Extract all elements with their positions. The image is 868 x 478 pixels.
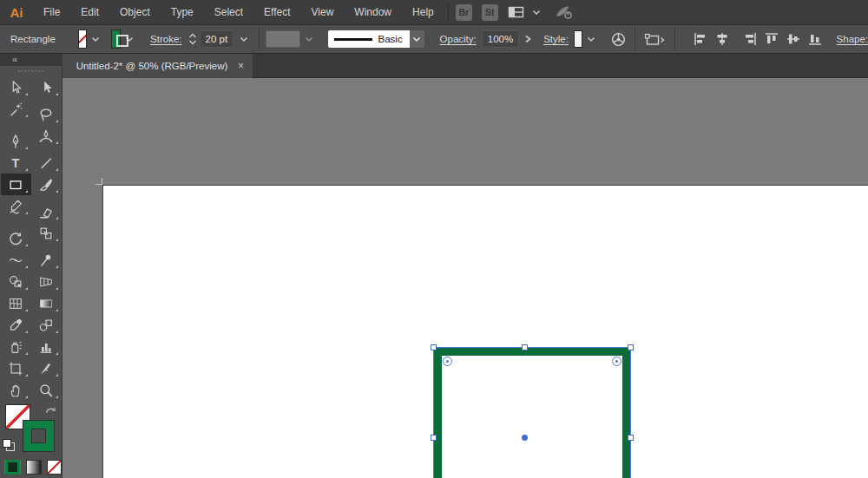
blend-tool[interactable] <box>31 314 62 336</box>
none-button[interactable] <box>47 460 62 475</box>
opacity-field[interactable]: 100% <box>482 30 519 48</box>
live-corner-widget[interactable] <box>443 357 452 366</box>
menu-item-type[interactable]: Type <box>161 0 204 24</box>
chevron-down-icon[interactable] <box>238 34 250 44</box>
scale-tool[interactable] <box>31 222 62 244</box>
tool-icon <box>38 80 54 95</box>
stroke-color-swatch[interactable] <box>111 29 121 49</box>
slice-tool[interactable] <box>31 357 62 379</box>
document-tab[interactable]: Untitled-2* @ 50% (RGB/Preview) × <box>62 54 253 78</box>
menu-item-file[interactable]: File <box>33 0 70 24</box>
rotate-tool[interactable] <box>1 227 31 249</box>
tool-icon <box>38 296 54 311</box>
menu-item-effect[interactable]: Effect <box>253 0 300 24</box>
selection-handle-top-left[interactable] <box>431 344 437 350</box>
color-button[interactable] <box>4 460 21 475</box>
style-panel-link[interactable]: Style: <box>543 34 569 44</box>
symbol-sprayer-tool[interactable] <box>1 336 31 357</box>
mesh-tool[interactable] <box>1 292 31 314</box>
transform-options-button[interactable] <box>643 30 666 48</box>
tools-panel-collapse-button[interactable]: « <box>0 54 62 66</box>
artboard-tool[interactable] <box>1 357 31 379</box>
eyedropper-tool[interactable] <box>1 314 31 336</box>
brush-preview[interactable]: Basic <box>328 30 410 48</box>
style-swatch[interactable] <box>574 30 582 48</box>
stroke-swatch-green[interactable] <box>23 421 54 451</box>
tool-icon <box>8 252 23 268</box>
horizontal-align-right-button[interactable] <box>741 30 759 48</box>
gradient-tool[interactable] <box>31 292 62 314</box>
selection-handle-middle-left[interactable] <box>431 435 437 441</box>
menu-item-help[interactable]: Help <box>402 0 444 24</box>
width-tool[interactable] <box>1 249 31 271</box>
shape-panel-link[interactable]: Shape: <box>837 34 868 44</box>
tool-icon <box>8 383 23 398</box>
menu-item-select[interactable]: Select <box>204 0 253 24</box>
canvas[interactable] <box>62 78 868 478</box>
center-point[interactable] <box>522 435 528 441</box>
workspace-switcher-icon[interactable] <box>508 5 525 19</box>
live-corner-widget[interactable] <box>612 357 621 366</box>
menu-item-object[interactable]: Object <box>109 0 161 24</box>
vertical-align-top-button[interactable] <box>763 30 780 48</box>
close-icon[interactable]: × <box>238 60 244 72</box>
fill-color-swatch[interactable] <box>78 29 88 49</box>
chevron-down-icon[interactable] <box>410 30 424 48</box>
puppet-warp-tool[interactable] <box>31 249 62 271</box>
chevron-down-icon[interactable] <box>530 7 542 17</box>
chevron-down-icon[interactable] <box>89 34 102 44</box>
curvature-tool[interactable] <box>31 125 62 147</box>
selected-rectangle[interactable] <box>434 348 630 478</box>
menu-item-window[interactable]: Window <box>344 0 402 24</box>
stock-button[interactable]: St <box>482 4 498 21</box>
tool-icon <box>8 274 23 290</box>
direct-selection-tool[interactable] <box>31 76 62 98</box>
horizontal-align-center-button[interactable] <box>713 30 731 48</box>
paintbrush-tool[interactable] <box>31 174 62 195</box>
vertical-align-bottom-button[interactable] <box>806 30 824 48</box>
gpu-performance-icon[interactable] <box>555 4 574 20</box>
brush-definition-dropdown[interactable]: Basic <box>328 30 424 48</box>
selection-handle-top-right[interactable] <box>628 344 634 350</box>
rectangle-tool[interactable] <box>1 174 31 195</box>
tool-icon <box>38 252 54 268</box>
vertical-align-center-button[interactable] <box>785 30 802 48</box>
type-tool[interactable] <box>1 152 31 174</box>
app-logo[interactable]: Ai <box>0 5 33 20</box>
lasso-tool[interactable] <box>31 103 62 125</box>
pen-tool[interactable] <box>1 130 31 152</box>
stroke-width-field[interactable]: 20 pt <box>200 30 234 48</box>
selection-handle-middle-right[interactable] <box>628 435 634 441</box>
chevron-right-icon[interactable] <box>522 33 534 45</box>
opacity-panel-link[interactable]: Opacity: <box>440 34 477 44</box>
tool-icon <box>8 101 23 117</box>
tool-icon <box>8 231 23 246</box>
tools-panel-grip[interactable] <box>0 66 62 76</box>
recolor-artwork-button[interactable] <box>610 31 627 48</box>
tool-icon <box>38 383 54 398</box>
stroke-width-stepper[interactable] <box>187 31 198 47</box>
column-graph-tool[interactable] <box>31 336 62 357</box>
default-fill-stroke-icon[interactable] <box>3 439 15 451</box>
artboard-corner-mark <box>95 178 102 185</box>
magic-wand-tool[interactable] <box>1 98 31 120</box>
selection-tool[interactable] <box>1 76 31 98</box>
artboard[interactable] <box>102 185 868 478</box>
chevron-down-icon[interactable] <box>585 34 597 44</box>
zoom-tool[interactable] <box>31 379 62 401</box>
eraser-tool[interactable] <box>31 200 62 222</box>
swap-fill-stroke-icon[interactable] <box>44 405 56 416</box>
shaper-tool[interactable] <box>1 195 31 217</box>
line-segment-tool[interactable] <box>31 152 62 174</box>
perspective-grid-tool[interactable] <box>31 271 62 292</box>
stroke-panel-link[interactable]: Stroke: <box>150 34 181 44</box>
menu-item-view[interactable]: View <box>301 0 345 24</box>
shape-builder-tool[interactable] <box>1 271 31 292</box>
horizontal-align-left-button[interactable] <box>692 30 709 48</box>
bridge-button[interactable]: Br <box>456 4 472 21</box>
menu-item-edit[interactable]: Edit <box>70 0 109 24</box>
selection-handle-top-center[interactable] <box>522 344 528 350</box>
gradient-button[interactable] <box>26 460 42 475</box>
tool-icon <box>38 177 54 193</box>
hand-tool[interactable] <box>1 379 31 401</box>
